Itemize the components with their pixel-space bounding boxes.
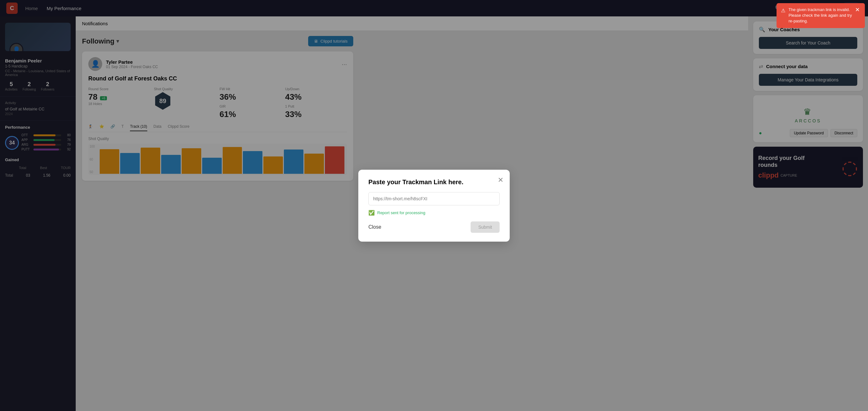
error-toast-message: The given trackman link is invalid. Plea… bbox=[788, 7, 852, 24]
success-check-icon: ✅ bbox=[368, 210, 375, 216]
modal-close-button[interactable]: Close bbox=[368, 224, 381, 230]
modal-actions: Close Submit bbox=[368, 221, 500, 233]
modal-title: Paste your Trackman Link here. bbox=[368, 179, 500, 186]
error-toast-close[interactable]: ✕ bbox=[855, 7, 860, 12]
modal-overlay: Paste your Trackman Link here. ✕ ✅ Repor… bbox=[0, 0, 868, 411]
modal-success-message: ✅ Report sent for processing bbox=[368, 210, 500, 216]
modal-close-x-button[interactable]: ✕ bbox=[498, 176, 503, 184]
trackman-modal: Paste your Trackman Link here. ✕ ✅ Repor… bbox=[358, 170, 510, 242]
modal-submit-button[interactable]: Submit bbox=[471, 221, 500, 233]
warning-icon: ⚠ bbox=[781, 7, 785, 14]
trackman-link-input[interactable] bbox=[368, 192, 500, 205]
error-toast: ⚠ The given trackman link is invalid. Pl… bbox=[777, 3, 865, 28]
